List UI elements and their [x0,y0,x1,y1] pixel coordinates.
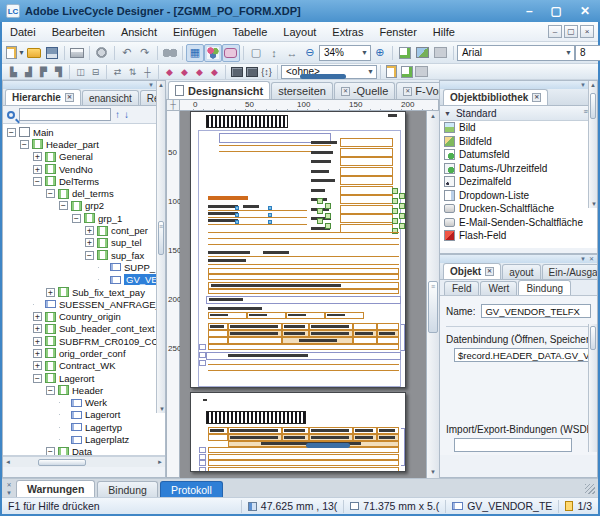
subtab-wert[interactable]: Wert [480,281,517,295]
tree-item-country-origin[interactable]: +Country_origin [3,310,165,322]
tree-item-supp[interactable]: SUPP_ [3,261,165,273]
library-item-bildfeld[interactable]: Bildfeld [440,135,597,149]
library-scrollbar[interactable]: ▲ ▼ [588,81,597,208]
tree-item-cont-per[interactable]: +cont_per [3,224,165,236]
search-input[interactable] [19,108,111,121]
redo-icon[interactable]: ↷ [136,44,154,62]
subtab-bindung[interactable]: Bindung [518,280,571,295]
tree-item-header[interactable]: −Header [3,384,165,396]
library-item-e-mail-senden-schaltfl-che[interactable]: E-Mail-Senden-Schaltfläche [440,216,597,230]
size-width-icon[interactable]: ◆ [162,65,177,79]
center-horizontal-icon[interactable]: ◫ [73,65,88,79]
expand-icon[interactable]: + [33,361,42,370]
subtab-feld[interactable]: Feld [444,281,479,295]
menu-extras[interactable]: Extras [324,26,371,38]
library-category-row[interactable]: ▼ Standard ≡▾ [440,106,597,121]
tree-item-main[interactable]: −Main [3,126,165,138]
center-page-icon[interactable]: ┼ [140,65,155,79]
tab-objekt[interactable]: Objekt✕ [443,263,501,279]
search-up-icon[interactable]: ↑ [115,109,120,120]
report-tab-bindung[interactable]: Bindung [97,481,158,497]
report-close-icon[interactable]: ✕ [6,481,11,488]
databinding-combo[interactable]: $record.HEADER_DATA.GV_VENDOR [454,348,598,362]
collapse-icon[interactable]: − [85,251,94,260]
library-item-drucken-schaltfl-che[interactable]: Drucken-Schaltfläche [440,202,597,216]
new-page-icon[interactable] [396,44,414,62]
expand-icon[interactable]: + [33,152,42,161]
collapse-icon[interactable]: − [46,447,55,456]
align-bottom-icon[interactable]: ▜ [51,65,66,79]
search-down-icon[interactable]: ↓ [124,109,129,120]
collapse-icon[interactable]: − [72,214,81,223]
group-icon[interactable]: {↕} [259,65,274,79]
fit-height-icon[interactable]: ↕ [265,44,283,62]
font-select[interactable]: Arial▼ [457,45,575,61]
hierarchy-tree[interactable]: −Main−Header_part+General+VendNo−DelTerm… [3,124,165,456]
resize-grip[interactable] [585,484,595,494]
name-input[interactable]: GV_VENDOR_TELFX [481,304,591,318]
tree-item-contract-wk[interactable]: +Contract_WK [3,360,165,372]
print-button[interactable] [68,44,86,62]
collapse-icon[interactable]: − [46,386,55,395]
tree-vertical-scrollbar[interactable]: ▲ ≡ ▼ [156,81,165,413]
library-item-dezimalfeld[interactable]: Dezimalfeld [440,175,597,189]
menu-datei[interactable]: Datei [2,26,44,38]
expand-icon[interactable]: + [33,312,42,321]
tab-designansicht[interactable]: Designansicht [168,81,270,99]
font-size-select[interactable]: 8▼ [575,45,600,61]
preview-icon[interactable] [414,44,432,62]
form-page-2[interactable] [190,392,406,472]
scroll-down-icon[interactable]: ▼ [427,467,439,478]
expand-icon[interactable]: + [85,238,94,247]
collapse-icon[interactable]: − [46,189,55,198]
fit-width-icon[interactable]: ↔ [283,44,301,62]
zoom-out-icon[interactable]: ⊖ [301,44,319,62]
tree-item-sub-fix-text-pay[interactable]: +Sub_fix_text_pay [3,286,165,298]
tree-item-gv-vendor-te[interactable]: GV_VENDOR_TE [3,274,165,286]
tab-enansicht[interactable]: enansicht [82,90,139,105]
menu-bearbeiten[interactable]: Bearbeiten [44,26,113,38]
align-right-icon[interactable]: ▟ [21,65,36,79]
tab-objektbibliothek[interactable]: Objektbibliothek✕ [443,89,548,105]
canvas-vertical-scrollbar[interactable]: ▲ ≡ ▼ [426,111,439,478]
tab-hierarchie[interactable]: Hierarchie✕ [5,89,81,105]
tab-quelle[interactable]: ✕-Quelle [334,82,395,99]
form-page-1[interactable] [190,111,406,388]
library-item-dropdown-liste[interactable]: Dropdown-Liste [440,189,597,203]
new-form-button[interactable]: ▼ [6,44,25,62]
size-both-icon[interactable]: ◆ [192,65,207,79]
expand-icon[interactable]: + [46,288,55,297]
align-top-icon[interactable]: ▛ [36,65,51,79]
report-menu-icon[interactable]: ▼ [6,490,12,496]
scroll-left-icon[interactable]: ◄ [5,459,11,465]
undo-icon[interactable]: ↶ [118,44,136,62]
new-style-icon[interactable] [384,65,399,79]
tree-item-data[interactable]: −Data [3,446,165,456]
tab-ayout[interactable]: ayout [502,264,540,279]
center-vertical-icon[interactable]: ⊟ [88,65,103,79]
expand-icon[interactable]: + [33,165,42,174]
menu-einf-gen[interactable]: Einfügen [165,26,224,38]
collapse-icon[interactable]: − [33,374,42,383]
canvas-scroll-grip[interactable] [306,443,350,448]
minimize-icon[interactable]: – [526,0,533,22]
tab-order-icon[interactable] [222,44,240,62]
tab-ein-ausgabehilfe[interactable]: Ein-/Ausgabehilfe [542,264,598,279]
expand-icon[interactable]: + [33,337,42,346]
close-icon[interactable]: ✕ [580,0,590,22]
tree-horizontal-scrollbar[interactable]: ◄ ► [3,456,165,467]
distribute-vertical-icon[interactable]: ⇅ [125,65,140,79]
tree-item-grp-1[interactable]: −grp_1 [3,212,165,224]
expand-icon[interactable]: + [33,349,42,358]
tree-item-header-part[interactable]: −Header_part [3,138,165,150]
menu-fenster[interactable]: Fenster [372,26,425,38]
collapse-icon[interactable]: − [59,201,68,210]
open-button[interactable] [25,44,43,62]
object-boundaries-icon[interactable] [204,44,222,62]
palette-menu-icon[interactable]: ▼ [580,256,586,262]
tab-sterseiten[interactable]: sterseiten [271,82,333,99]
close-icon[interactable]: ✕ [65,93,74,102]
expand-icon[interactable]: + [85,226,94,235]
collapse-icon[interactable]: − [7,128,16,137]
tree-item-vendno[interactable]: +VendNo [3,163,165,175]
